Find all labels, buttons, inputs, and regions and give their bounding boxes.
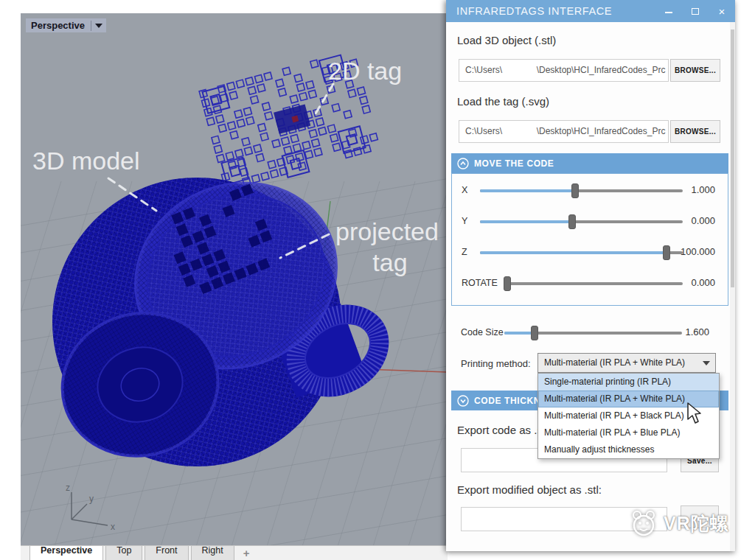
tab-front[interactable]: Front <box>145 545 188 560</box>
maximize-icon <box>692 8 699 15</box>
slider-y-value: 0.000 <box>691 215 715 226</box>
axis-x-label: x <box>111 522 115 532</box>
chevron-down-icon <box>95 24 102 28</box>
export-object-label: Export modified object as .stl: <box>457 483 602 496</box>
slider-x-fill <box>480 189 575 192</box>
object-path-input[interactable]: C:\Users\ \Desktop\HCI_InfaredCodes_Prc <box>459 59 669 82</box>
view-tab-bar: Perspective Top Front Right + <box>21 545 448 560</box>
slider-rotate-thumb[interactable] <box>504 276 511 291</box>
slider-rotate-label: ROTATE <box>462 278 498 288</box>
slider-y-label: Y <box>462 216 467 226</box>
printing-method-selected: Multi-material (IR PLA + White PLA) <box>544 357 685 368</box>
slider-rotate-value: 0.000 <box>691 277 715 288</box>
viewport-title-dropdown[interactable]: Perspective <box>26 18 106 32</box>
axis-y-label: y <box>89 494 94 504</box>
panel-title: INFRAREDTAGS INTERFACE <box>456 5 612 17</box>
perspective-viewport[interactable]: 3D model 2D tag projected tag z y x Pers… <box>21 13 448 545</box>
move-the-code-title: MOVE THE CODE <box>474 158 554 169</box>
option-single-material[interactable]: Single-material printing (IR PLA) <box>538 374 719 391</box>
code-size-fill <box>504 332 535 335</box>
watermark-text: VR陀螺 <box>664 511 729 536</box>
viewport-canvas: 3D model 2D tag projected tag z y x <box>21 13 448 545</box>
slider-x-label: X <box>462 185 467 195</box>
label-2d-tag: 2D tag <box>328 57 402 85</box>
code-size-row: Code Size 1.600 <box>446 323 735 343</box>
code-thickness-title: CODE THICKNE <box>474 396 547 406</box>
add-view-tab-icon[interactable]: + <box>243 547 250 559</box>
label-projected-line2: tag <box>372 248 407 276</box>
slider-row-x: X 1.000 <box>462 181 720 201</box>
code-size-slider[interactable] <box>504 332 682 335</box>
code-size-label: Code Size <box>461 327 504 337</box>
slider-x-value: 1.000 <box>691 184 715 195</box>
slider-z-thumb[interactable] <box>663 245 670 260</box>
close-icon: × <box>719 5 726 18</box>
slider-x-thumb[interactable] <box>571 183 579 198</box>
load-object-label: Load 3D object (.stl) <box>457 34 556 46</box>
watermark: VR陀螺 <box>628 507 729 539</box>
mouse-cursor <box>686 402 704 424</box>
panel-scrollbar-thumb[interactable] <box>731 29 734 287</box>
printing-method-label: Printing method: <box>461 358 531 369</box>
move-the-code-header[interactable]: MOVE THE CODE <box>451 153 728 173</box>
slider-z[interactable] <box>480 251 683 254</box>
panel-scrollbar[interactable] <box>730 22 735 551</box>
viewport-title: Perspective <box>31 20 85 31</box>
label-projected-line1: projected <box>335 217 439 245</box>
slider-y-fill <box>480 220 572 223</box>
slider-rotate[interactable] <box>504 282 683 285</box>
slider-row-rotate: ROTATE 0.000 <box>462 273 720 294</box>
chevron-up-circle-icon <box>457 158 469 169</box>
label-3d-model: 3D model <box>32 147 140 175</box>
tag-path-input[interactable]: C:\Users\ \Desktop\HCI_InfaredCodes_Prc <box>459 120 669 143</box>
minimize-button[interactable] <box>660 0 678 22</box>
code-size-value: 1.600 <box>685 326 709 337</box>
option-multi-blue[interactable]: Multi-material (IR PLA + Blue PLA) <box>538 424 719 441</box>
browse-tag-button[interactable]: BROWSE... <box>670 120 720 143</box>
mug-wireframe <box>21 140 393 504</box>
slider-z-fill <box>480 251 667 254</box>
close-button[interactable]: × <box>713 0 731 22</box>
slider-row-y: Y 0.000 <box>462 211 720 232</box>
code-size-thumb[interactable] <box>531 326 538 340</box>
chevron-down-circle-icon <box>457 395 469 407</box>
axis-z-label: z <box>66 483 70 493</box>
divider <box>91 21 91 31</box>
minimize-icon <box>665 12 672 13</box>
watermark-logo-icon <box>628 507 659 539</box>
slider-z-value: 100.000 <box>681 246 715 257</box>
export-code-label: Export code as .s <box>457 424 543 436</box>
option-manual-thickness[interactable]: Manually adjust thicknesses <box>538 441 719 458</box>
printing-method-dropdown[interactable]: Multi-material (IR PLA + White PLA) <box>537 353 716 373</box>
tab-top[interactable]: Top <box>105 545 142 560</box>
chevron-down-icon <box>703 361 710 365</box>
slider-row-z: Z 100.000 <box>462 242 720 263</box>
leader-2d-tag <box>313 84 333 117</box>
tab-right[interactable]: Right <box>191 545 234 560</box>
slider-y-thumb[interactable] <box>568 214 576 229</box>
infraredtags-panel: INFRAREDTAGS INTERFACE × Load 3D object … <box>446 0 735 551</box>
slider-z-label: Z <box>462 247 467 257</box>
move-the-code-groupbox: X 1.000 Y 0.000 Z 100.000 ROTATE <box>451 173 728 306</box>
maximize-button[interactable] <box>686 0 704 22</box>
load-tag-label: Load the tag (.svg) <box>457 95 549 108</box>
browse-object-button[interactable]: BROWSE... <box>670 59 720 82</box>
slider-x[interactable] <box>480 189 683 192</box>
slider-y[interactable] <box>480 220 683 223</box>
tab-perspective[interactable]: Perspective <box>29 545 103 560</box>
